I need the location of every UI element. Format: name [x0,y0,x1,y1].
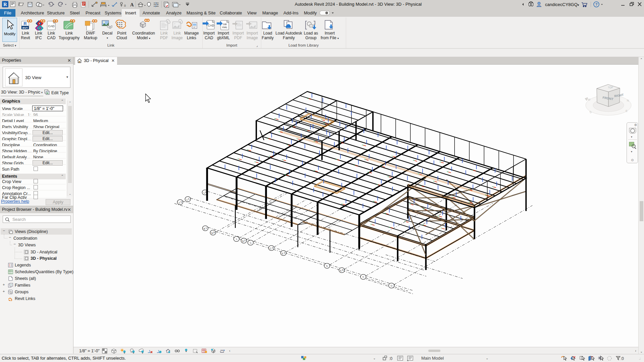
svg-text:CAD: CAD [48,24,55,28]
svg-text:A: A [130,2,134,7]
svg-text:R: R [3,2,7,7]
svg-text:N: N [627,99,629,102]
svg-text:TOP: TOP [608,86,613,89]
svg-text:RVT: RVT [22,26,28,29]
svg-text:XML: XML [222,26,228,29]
svg-text::0: :0 [389,356,392,361]
svg-text:CAD: CAD [208,24,214,27]
svg-text:GB: GB [223,23,227,26]
svg-text:R: R [23,21,27,26]
svg-text:E: E [626,109,628,113]
svg-text:?: ? [595,2,598,6]
svg-text::0: :0 [621,356,624,361]
svg-text:0: 0 [124,4,126,7]
svg-text:W: W [588,98,591,101]
